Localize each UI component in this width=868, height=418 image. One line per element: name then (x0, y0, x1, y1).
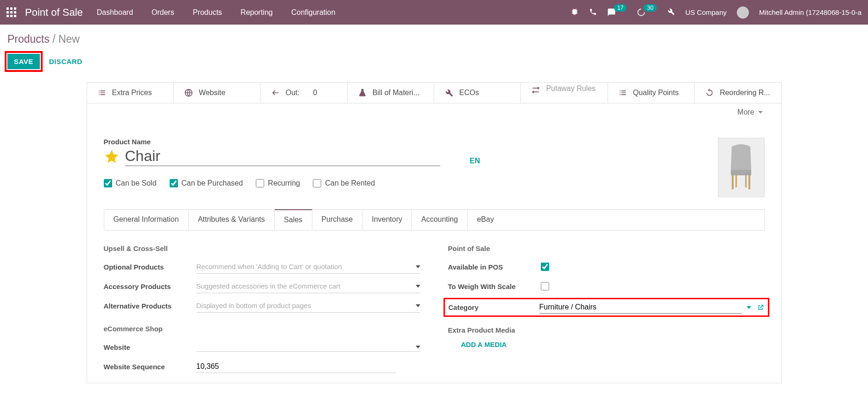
flask-icon (357, 87, 368, 98)
field-available-in-pos: Available in POS (448, 259, 765, 275)
menu-dashboard[interactable]: Dashboard (97, 8, 133, 17)
stat-bom[interactable]: Bill of Materi... (348, 83, 434, 103)
chk-recurring[interactable]: Recurring (256, 179, 300, 187)
breadcrumb-row: Products / New (0, 25, 868, 48)
alternative-products-input[interactable]: Displayed in bottom of product pages (196, 299, 420, 313)
more-toggle[interactable]: More (87, 103, 781, 121)
website-sequence-input[interactable] (196, 360, 396, 373)
menu-orders[interactable]: Orders (152, 8, 174, 17)
caret-down-icon (416, 265, 420, 268)
discard-button[interactable]: DISCARD (49, 58, 82, 65)
tab-ebay[interactable]: eBay (468, 210, 503, 230)
tab-sales[interactable]: Sales (275, 209, 312, 230)
section-pos: Point of Sale (448, 244, 765, 252)
field-to-weigh: To Weigh With Scale (448, 278, 765, 294)
random-icon (530, 84, 541, 96)
tab-attributes[interactable]: Attributes & Variants (189, 210, 275, 230)
tabs: General Information Attributes & Variant… (104, 209, 765, 230)
chk-can-be-purchased[interactable]: Can be Purchased (170, 179, 243, 187)
field-website-sequence: Website Sequence (104, 359, 420, 374)
available-in-pos-checkbox[interactable] (541, 263, 549, 271)
apps-icon[interactable] (6, 7, 17, 18)
chk-can-be-rented[interactable]: Can be Rented (313, 179, 375, 187)
stat-extra-prices[interactable]: Extra Prices (87, 83, 174, 103)
avatar[interactable] (737, 6, 749, 19)
save-highlight: SAVE (5, 51, 43, 72)
company-name[interactable]: US Company (685, 8, 727, 16)
product-name-label: Product Name (104, 138, 699, 146)
sales-left-col: Upsell & Cross-Sell Optional Products Re… (104, 244, 420, 378)
save-button[interactable]: SAVE (7, 54, 40, 69)
field-category-highlight: Category (444, 298, 769, 317)
chair-icon (722, 142, 760, 193)
caret-down-icon (416, 304, 420, 307)
chk-can-be-sold[interactable]: Can be Sold (104, 179, 157, 187)
form-sheet: Extra Prices Website Out: 0 Bill of Mate… (87, 82, 782, 383)
section-upsell: Upsell & Cross-Sell (104, 244, 420, 252)
accessory-products-input[interactable]: Suggested accessories in the eCommerce c… (196, 279, 420, 293)
breadcrumb-root[interactable]: Products (7, 33, 50, 45)
svg-rect-2 (732, 175, 734, 189)
favorite-star-icon[interactable] (104, 148, 120, 164)
svg-rect-5 (745, 175, 747, 187)
section-extra-media: Extra Product Media (448, 326, 765, 334)
activities-badge: 30 (644, 4, 656, 12)
menu-configuration[interactable]: Configuration (291, 8, 335, 17)
phone-icon[interactable] (589, 8, 597, 17)
tab-inventory[interactable]: Inventory (362, 210, 412, 230)
stat-quality[interactable]: Quality Points (608, 83, 695, 103)
stat-ecos[interactable]: ECOs (434, 83, 521, 103)
category-input[interactable] (539, 301, 742, 314)
tab-accounting[interactable]: Accounting (412, 210, 468, 230)
list-icon (96, 87, 108, 98)
svg-rect-3 (748, 175, 750, 189)
globe-icon (183, 87, 194, 98)
caret-down-icon (416, 346, 420, 348)
list-icon (617, 87, 628, 98)
svg-rect-4 (735, 175, 737, 187)
main-menu: Dashboard Orders Products Reporting Conf… (97, 8, 336, 17)
tab-general-info[interactable]: General Information (104, 210, 189, 230)
menu-products[interactable]: Products (193, 8, 222, 17)
menu-reporting[interactable]: Reporting (241, 8, 272, 17)
field-alternative-products: Alternative Products Displayed in bottom… (104, 298, 420, 314)
stat-buttons-row: Extra Prices Website Out: 0 Bill of Mate… (87, 83, 781, 103)
messages-icon[interactable]: 17 (607, 8, 627, 17)
stat-putaway[interactable]: Putaway Rules (521, 83, 608, 103)
app-title[interactable]: Point of Sale (25, 6, 83, 19)
add-media-button[interactable]: ADD A MEDIA (461, 341, 765, 348)
arrow-left-icon (270, 87, 281, 98)
tab-purchase[interactable]: Purchase (312, 210, 363, 230)
messages-badge: 17 (614, 4, 627, 12)
breadcrumb: Products / New (7, 33, 80, 45)
caret-down-icon[interactable] (747, 306, 751, 309)
bug-icon[interactable] (570, 7, 579, 17)
tools-icon[interactable] (667, 7, 675, 17)
sales-right-col: Point of Sale Available in POS To Weigh … (448, 244, 765, 378)
topbar-right: 17 30 US Company Mitchell Admin (1724806… (570, 6, 862, 19)
product-image[interactable] (718, 138, 765, 197)
lang-button[interactable]: EN (470, 157, 480, 165)
website-input[interactable] (196, 343, 420, 352)
caret-down-icon (758, 111, 763, 114)
refresh-icon (704, 87, 715, 98)
tab-content-sales: Upsell & Cross-Sell Optional Products Re… (104, 230, 765, 378)
to-weigh-checkbox[interactable] (541, 282, 549, 290)
breadcrumb-current: New (58, 33, 80, 45)
top-navbar: Point of Sale Dashboard Orders Products … (0, 0, 868, 25)
product-checkboxes: Can be Sold Can be Purchased Recurring C… (104, 179, 699, 187)
svg-rect-1 (731, 170, 751, 175)
field-optional-products: Optional Products Recommend when 'Adding… (104, 259, 420, 275)
external-link-icon[interactable] (757, 304, 764, 311)
user-name[interactable]: Mitchell Admin (17248068-15-0-a (759, 8, 862, 16)
section-ecommerce: eCommerce Shop (104, 325, 420, 333)
stat-out[interactable]: Out: 0 (260, 83, 347, 103)
optional-products-input[interactable]: Recommend when 'Adding to Cart' or quota… (196, 260, 420, 274)
product-name-input[interactable] (125, 147, 440, 166)
field-website: Website (104, 339, 420, 355)
form-body: Product Name EN Can be Sold Can be Purch… (87, 121, 781, 383)
activities-icon[interactable]: 30 (637, 8, 656, 17)
stat-website[interactable]: Website (174, 83, 260, 103)
wrench-icon (444, 87, 455, 98)
stat-reordering[interactable]: Reordering R... (695, 83, 781, 103)
